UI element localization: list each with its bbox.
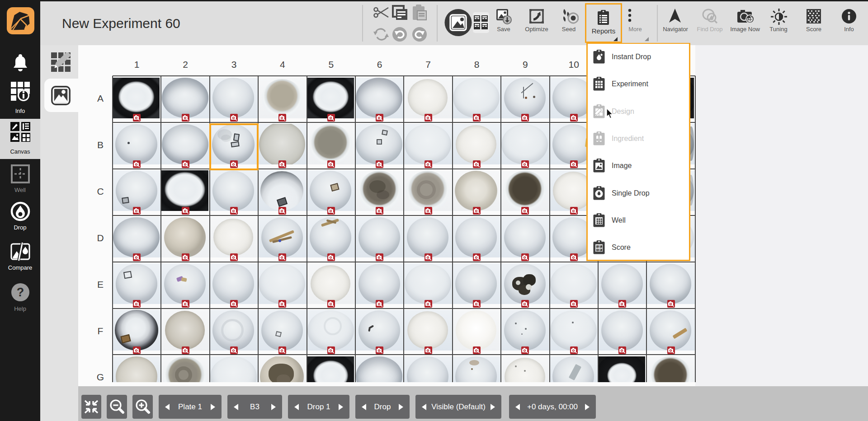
svg-text:2: 2	[600, 245, 601, 248]
svg-text:1: 1	[596, 245, 598, 248]
svg-text:?: ?	[17, 285, 24, 299]
svg-text:3: 3	[596, 249, 598, 251]
svg-text:4: 4	[600, 249, 601, 251]
